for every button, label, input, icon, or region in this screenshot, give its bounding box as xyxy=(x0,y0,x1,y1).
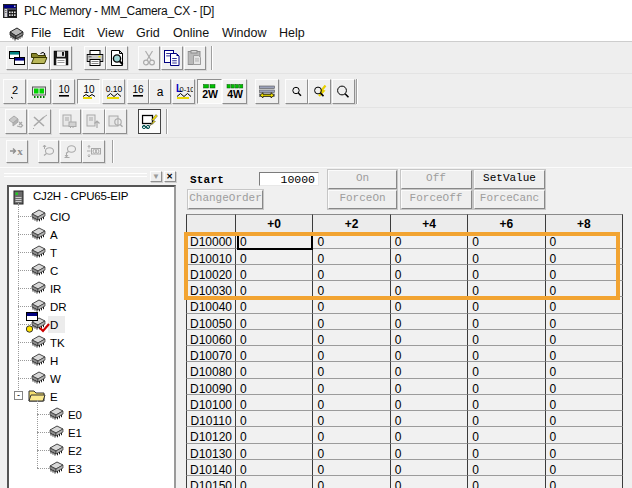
svg-text:10: 10 xyxy=(58,84,70,95)
svg-text:0.10: 0.10 xyxy=(105,83,122,93)
svg-text:4W: 4W xyxy=(227,88,243,100)
svg-text:16: 16 xyxy=(132,84,144,95)
svg-text:x: x xyxy=(17,145,23,157)
svg-text:2W: 2W xyxy=(202,88,218,100)
svg-text:10: 10 xyxy=(83,83,95,94)
svg-text:2: 2 xyxy=(11,84,17,96)
svg-text:0-10: 0-10 xyxy=(179,84,193,93)
svg-text:a: a xyxy=(157,85,164,99)
